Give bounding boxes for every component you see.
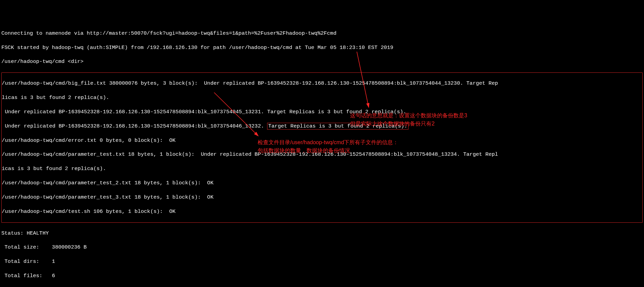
under-rep-2: Under replicated BP-1639452328-192.168.1… xyxy=(2,108,642,116)
annotation-target-replicas: 这句话的意思就是：设置这个数据块的备份数是3但是实际上这个数据块的备份只有2 xyxy=(350,112,493,128)
file-param-test-2: /user/hadoop-twq/cmd/parameter_test_2.tx… xyxy=(2,180,642,187)
file-big-line-a: /user/hadoop-twq/cmd/big_file.txt 380000… xyxy=(2,80,642,87)
dir-line: /user/hadoop-twq/cmd <dir> xyxy=(1,58,643,65)
under-rep-3-prefix: Under replicated BP-1639452328-192.168.1… xyxy=(2,123,267,129)
stat-total-files: Total files: 6 xyxy=(1,272,643,280)
status-line: Status: HEALTHY xyxy=(1,230,643,237)
annotation-fsck-files: 检查文件目录/user/hadoop-twq/cmd下所有子文件的信息： 包括数… xyxy=(258,138,414,155)
stat-total-size: Total size: 380000236 B xyxy=(1,244,643,251)
file-param-test-3: /user/hadoop-twq/cmd/parameter_test_3.tx… xyxy=(2,194,642,201)
file-param-test-b: icas is 3 but found 2 replica(s). xyxy=(2,165,642,172)
fsck-started-line: FSCK started by hadoop-twq (auth:SIMPLE)… xyxy=(1,44,643,51)
annotation-target-replicas-text: 这句话的意思就是：设置这个数据块的备份数是3但是实际上这个数据块的备份只有2 xyxy=(350,113,467,126)
stat-total-dirs: Total dirs: 1 xyxy=(1,258,643,265)
connecting-line: Connecting to namenode via http://master… xyxy=(1,30,643,37)
annotation-fsck-files-line1: 检查文件目录/user/hadoop-twq/cmd下所有子文件的信息： xyxy=(258,139,398,145)
annotation-fsck-files-line2: 包括数据块的数量，数据块的备份情况 xyxy=(258,148,350,153)
under-rep-3: Under replicated BP-1639452328-192.168.1… xyxy=(2,123,642,130)
file-test-sh: /user/hadoop-twq/cmd/test.sh 106 bytes, … xyxy=(2,208,642,215)
file-big-line-b: licas is 3 but found 2 replica(s). xyxy=(2,94,642,101)
